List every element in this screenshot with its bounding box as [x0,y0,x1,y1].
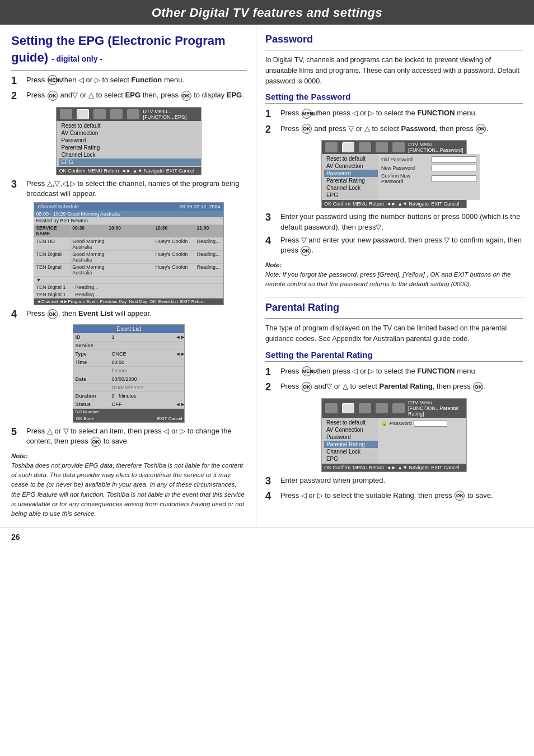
lock-icon: 🔒 [381,421,387,426]
ok-btn-2a: OK [48,91,58,101]
schedule-body: TEN HD Good Morning Australia Huey's Coo… [34,238,223,298]
menu-body-1: Reset to default AV Connection Password … [57,121,201,167]
password-note: Note: Note: If you forgot the password, … [265,260,523,290]
paricon-list [359,403,371,413]
schedule-subtext: Hosted by Bert Newton. [34,217,223,224]
par-menu-fields: 🔒 Password [378,418,466,464]
menu-title-bar-1: DTV Menu...[FUNCTION...EPG] [57,108,201,121]
epg-steps: 1 Press MENU, then ◁ or ▷ to select Func… [11,75,247,102]
old-password-input [432,156,476,163]
icon-globe [110,109,123,119]
pass-item-password: Password [324,170,378,177]
par-step3-text: Enter password when prompted. [280,475,523,486]
pass-item-parental: Parental Rating [324,177,378,184]
menu-footer-1: OK Confirm MENU Return ◄► ▲▼ Navigate EX… [57,167,201,175]
parental-section: Parental Rating The type of program disp… [265,297,523,502]
schedule-highlight: 08:00 - 10:29 Good Morning Australia [34,211,223,217]
ok-btn-4: OK [48,309,58,319]
pass-item-epg: EPG [324,192,378,199]
par-step-num-4: 4 [265,491,278,503]
par-step-num-2: 2 [265,381,278,394]
password-menu-screenshot: DTV Menu...[FUNCTION...Password] Reset t… [321,140,467,208]
parental-steps: 1 Press MENU, then press ◁ or ▷ to selec… [265,366,523,394]
icon-list [93,109,106,119]
pass-menu-fields: Old Password New Password Confirm New Pa… [378,154,480,200]
menu-btn-par1: MENU [302,366,312,376]
schedule-row-1: TEN HD Good Morning Australia Huey's Coo… [34,238,223,251]
epg-menu-screenshot: DTV Menu...[FUNCTION...EPG] Reset to def… [56,107,202,175]
pass-step1-text: Press MENU, then press ◁ or ▷ to select … [280,108,523,119]
menu-item-reset: Reset to default [59,122,201,129]
picon-globe [376,142,388,152]
parental-title: Parental Rating [265,302,523,314]
pass-step-num-3: 3 [265,212,278,224]
ok-btn-p4: OK [301,246,311,256]
par-item-epg: EPG [324,455,378,463]
epg-step2-text: Press OK and▽ or △ to select EPG then, p… [26,90,247,101]
step-num-5: 5 [11,426,24,438]
schedule-header: SERVICE NAME 09:30 10:00 10:30 11:00 [34,224,223,238]
par-menu-footer: OK Confirm MENU Return ◄► ▲▼ Navigate EX… [322,464,466,472]
col-t3: 10:30 [153,225,195,237]
epg-step-4: 4 Press OK, then Event List will appear. [11,309,247,321]
paricon-globe [376,403,388,413]
epg-step-2: 2 Press OK and▽ or △ to select EPG then,… [11,90,247,102]
epg-step1-text: Press MENU, then ◁ or ▷ to select Functi… [26,75,247,86]
password-note-label: Note: [265,262,282,268]
page-title: Other Digital TV features and settings [0,6,534,20]
picon-camera [342,142,354,152]
picon-list [359,142,371,152]
par-step-num-1: 1 [265,366,278,379]
event-row-id: ID 1 ◄► [73,333,184,342]
par-step-num-3: 3 [265,475,278,488]
pass-step4-text: Press ▽ and enter your new password, the… [280,235,523,256]
pass-step-num-4: 4 [265,235,278,248]
page-header: Other Digital TV features and settings [0,0,534,25]
col-t2: 10:00 [107,225,153,237]
schedule-time: 09:35 02.12. 2004 [180,204,221,209]
pass-step-num-1: 1 [265,108,278,120]
pass-step-1: 1 Press MENU, then press ◁ or ▷ to selec… [265,108,523,120]
epg-step-1: 1 Press MENU, then ◁ or ▷ to select Func… [11,75,247,87]
field-new-password: New Password [381,165,476,171]
field-confirm-password: Confirm New Password [381,173,476,184]
pass-step-2: 2 Press OK and press ▽ or △ to select Pa… [265,124,523,136]
schedule-row-2: TEN Digital Good Morning Australia Huey'… [34,251,223,264]
field-old-password: Old Password [381,156,476,163]
par-menu-title-text: DTV Menu...[FUNCTION...Parental Rating] [408,400,463,417]
menu-title-text-1: DTV Menu...[FUNCTION...EPG] [143,109,198,120]
pass-item-channellock: Channel Lock [324,184,378,192]
epg-note-label: Note: [11,452,27,459]
pass-step-num-2: 2 [265,124,278,136]
epg-step4-text: Press OK, then Event List will appear. [26,309,247,319]
par-step4-text: Press ◁ or ▷ to select the suitable Rati… [280,491,523,501]
epg-step-5: 5 Press △ or ▽ to select an item, then p… [11,426,247,447]
parental-menu-screenshot: DTV Menu...[FUNCTION...Parental Rating] … [321,398,467,472]
confirm-password-input [432,175,476,182]
col-t1: 09:30 [71,225,107,237]
step-num-2: 2 [11,90,24,102]
ok-btn-par2b: OK [473,382,483,392]
event-row-date-fmt: DD/MM/YYYY [73,384,184,392]
par-item-password: Password [324,433,378,441]
ok-btn-par4: OK [455,491,465,501]
ok-btn-p2b: OK [476,124,486,134]
epg-section: Setting the EPG (Electronic Program guid… [0,25,256,528]
par-menu-icons [325,403,405,413]
setting-parental-title: Setting the Parental Rating [265,350,523,362]
event-row-time: Time 00:00 [73,358,184,367]
par-step-3: 3 Enter password when prompted. [265,475,523,488]
ok-btn-par2a: OK [302,382,312,392]
event-footer-top: 0-9 Number [73,409,184,415]
epg-step3-text: Press △,▽,◁,▷ to select the channel, nam… [26,179,247,199]
epg-note-text: Toshiba does not provide EPG data; there… [11,462,245,517]
event-row-date: Date 00/00/2000 [73,375,184,384]
icon-camera [77,109,89,119]
step-num-1: 1 [11,75,24,87]
par-step-4: 4 Press ◁ or ▷ to select the suitable Ra… [265,491,523,503]
par-item-reset: Reset to default [324,419,378,426]
paricon-arrow [392,403,405,413]
pass-step3-text: Enter your password using the number but… [280,212,523,232]
event-body: ID 1 ◄► Service Type ONCE ◄► Time 00:00 [73,333,184,409]
paricon-folder [325,403,338,413]
